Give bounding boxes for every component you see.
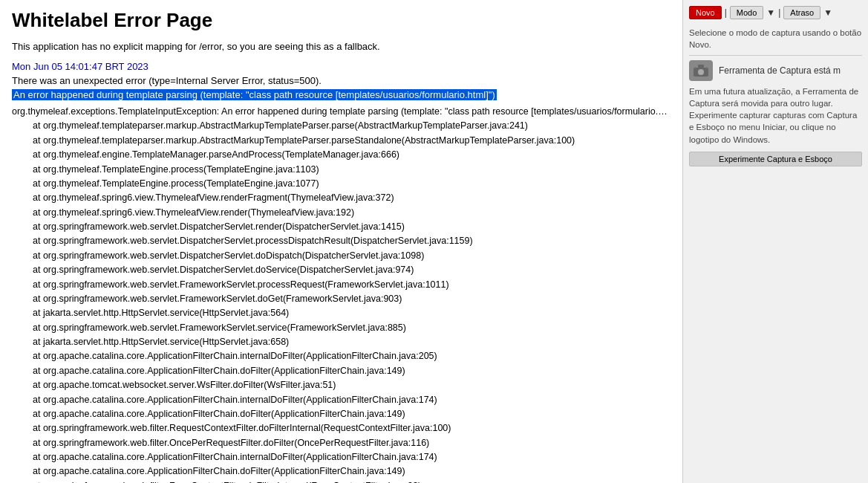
- divider1: [689, 55, 862, 56]
- svg-rect-2: [698, 65, 704, 68]
- sidebar-toolbar: Novo | Modo ▼ | Atraso ▼: [689, 6, 862, 19]
- modo-button[interactable]: Modo: [730, 6, 764, 19]
- stack-line: at org.thymeleaf.engine.TemplateManager.…: [12, 148, 670, 162]
- stack-line: at org.apache.catalina.core.ApplicationF…: [12, 450, 670, 464]
- novo-button[interactable]: Novo: [689, 6, 722, 19]
- stack-line: at org.thymeleaf.TemplateEngine.process(…: [12, 177, 670, 191]
- separator2: |: [778, 7, 780, 18]
- sidebar-panel: Novo | Modo ▼ | Atraso ▼ Selecione o mod…: [682, 0, 868, 483]
- stack-trace: org.thymeleaf.exceptions.TemplateInputEx…: [12, 105, 670, 483]
- highlighted-error-line: An error happened during template parsin…: [12, 89, 670, 100]
- stack-line: at org.springframework.web.servlet.Dispa…: [12, 249, 670, 263]
- tool-name-text: Ferramenta de Captura está m: [719, 65, 841, 76]
- main-content: Whitelabel Error Page This application h…: [0, 0, 682, 483]
- chevron-down-icon2: ▼: [823, 7, 832, 18]
- chevron-down-icon: ▼: [766, 7, 775, 18]
- stack-line: at org.springframework.web.filter.Reques…: [12, 421, 670, 435]
- stack-line: at jakarta.servlet.http.HttpServlet.serv…: [12, 335, 670, 349]
- stack-line: at org.apache.catalina.core.ApplicationF…: [12, 464, 670, 479]
- page-title: Whitelabel Error Page: [12, 9, 670, 32]
- stack-line: at org.springframework.web.servlet.Dispa…: [12, 263, 670, 277]
- stack-line: at org.thymeleaf.spring6.view.ThymeleafV…: [12, 206, 670, 220]
- stack-line: org.thymeleaf.exceptions.TemplateInputEx…: [12, 105, 670, 119]
- stack-line: at org.apache.tomcat.websocket.server.Ws…: [12, 378, 670, 392]
- highlighted-error-text: An error happened during template parsin…: [12, 89, 497, 100]
- separator: |: [725, 7, 727, 18]
- timestamp: Mon Jun 05 14:01:47 BRT 2023: [12, 61, 670, 72]
- stack-line: at org.springframework.web.servlet.Dispa…: [12, 234, 670, 248]
- error-status: There was an unexpected error (type=Inte…: [12, 75, 670, 86]
- tool-icon-row: Ferramenta de Captura está m: [689, 60, 862, 81]
- stack-line: at org.springframework.web.servlet.Dispa…: [12, 220, 670, 234]
- atraso-button[interactable]: Atraso: [783, 6, 820, 19]
- stack-line: at org.apache.catalina.core.ApplicationF…: [12, 364, 670, 378]
- stack-line: at org.springframework.web.servlet.Frame…: [12, 278, 670, 292]
- try-capture-button[interactable]: Experimente Captura e Esboço: [689, 152, 862, 166]
- stack-line: at jakarta.servlet.http.HttpServlet.serv…: [12, 306, 670, 320]
- stack-line: at org.thymeleaf.spring6.view.ThymeleafV…: [12, 191, 670, 205]
- stack-line: at org.apache.catalina.core.ApplicationF…: [12, 349, 670, 363]
- stack-line: at org.apache.catalina.core.ApplicationF…: [12, 407, 670, 421]
- svg-point-1: [698, 69, 704, 75]
- stack-line: at org.springframework.web.filter.FormCo…: [12, 479, 670, 483]
- stack-line: at org.thymeleaf.TemplateEngine.process(…: [12, 163, 670, 177]
- stack-line: at org.thymeleaf.templateparser.markup.A…: [12, 134, 670, 148]
- future-update-text: Em uma futura atualização, a Ferramenta …: [689, 85, 862, 145]
- stack-line: at org.springframework.web.servlet.Frame…: [12, 321, 670, 335]
- stack-line: at org.springframework.web.filter.OncePe…: [12, 436, 670, 450]
- camera-icon: [689, 60, 713, 81]
- stack-line: at org.thymeleaf.templateparser.markup.A…: [12, 119, 670, 133]
- stack-line: at org.springframework.web.servlet.Frame…: [12, 292, 670, 306]
- stack-line: at org.apache.catalina.core.ApplicationF…: [12, 393, 670, 407]
- intro-text: This application has no explicit mapping…: [12, 41, 670, 52]
- select-mode-text: Selecione o modo de captura usando o bot…: [689, 27, 862, 51]
